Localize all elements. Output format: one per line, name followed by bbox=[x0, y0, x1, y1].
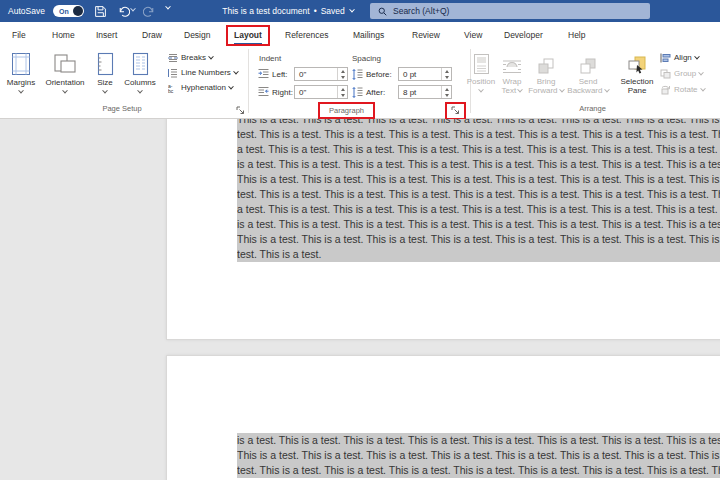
indent-left-value: 0" bbox=[295, 68, 337, 80]
breaks-button[interactable]: Breaks bbox=[168, 52, 213, 63]
rotate-label: Rotate bbox=[674, 85, 698, 94]
autosave-toggle-state: On bbox=[59, 8, 69, 15]
ribbon: Margins Orientation Size C bbox=[0, 47, 720, 119]
title-separator: • bbox=[314, 6, 317, 16]
group-button-disabled: Group bbox=[660, 68, 703, 79]
send-backward-button-disabled: Send Backward bbox=[566, 49, 610, 95]
columns-dropdown-chevron-icon bbox=[137, 88, 143, 94]
margins-icon bbox=[4, 49, 38, 76]
indent-right-spinner[interactable] bbox=[337, 86, 347, 98]
annotation-box-paragraph-label: Paragraph bbox=[318, 102, 375, 119]
size-label: Size bbox=[91, 78, 119, 87]
page-2-repeated-text: This is a test. This is a test. This is … bbox=[237, 434, 720, 478]
bring-forward-dropdown-chevron-icon bbox=[559, 87, 565, 93]
spacing-before-input[interactable]: 0 pt bbox=[398, 67, 452, 81]
selection-pane-icon bbox=[616, 49, 658, 75]
group-separator bbox=[248, 49, 249, 113]
tab-design[interactable]: Design bbox=[184, 22, 210, 47]
send-backward-label-1: Send bbox=[579, 77, 598, 86]
indent-left-spinner[interactable] bbox=[337, 68, 347, 80]
send-backward-icon bbox=[566, 49, 610, 75]
wrap-text-icon bbox=[497, 49, 527, 75]
indent-right-value: 0" bbox=[295, 86, 337, 98]
wrap-text-button-disabled: Wrap Text bbox=[497, 49, 527, 95]
line-numbers-icon bbox=[168, 68, 178, 78]
indent-right-row: Right: bbox=[258, 87, 293, 97]
ribbon-tab-bar: File Home Insert Draw Design Layout Refe… bbox=[0, 22, 720, 47]
tab-home[interactable]: Home bbox=[52, 22, 75, 47]
tab-file[interactable]: File bbox=[12, 22, 26, 47]
spacing-after-label: After: bbox=[366, 88, 385, 97]
spacing-before-row: Before: bbox=[352, 69, 392, 80]
margins-button[interactable]: Margins bbox=[4, 49, 38, 97]
group-label: Group bbox=[674, 69, 696, 78]
tab-view[interactable]: View bbox=[464, 22, 482, 47]
tab-draw[interactable]: Draw bbox=[142, 22, 162, 47]
annotation-box-paragraph-launcher bbox=[445, 102, 466, 120]
orientation-button[interactable]: Orientation bbox=[41, 49, 89, 97]
spacing-after-spinner[interactable] bbox=[441, 86, 451, 98]
align-dropdown-chevron-icon bbox=[694, 53, 700, 59]
document-canvas[interactable]: This is a test. This is a test. This is … bbox=[0, 119, 720, 480]
title-dropdown-chevron-icon bbox=[349, 7, 355, 13]
position-dropdown-chevron-icon bbox=[478, 87, 484, 93]
hyphenation-icon: a- bc bbox=[168, 83, 178, 93]
group-dropdown-chevron-icon bbox=[698, 69, 704, 75]
indent-left-row: Left: bbox=[258, 69, 288, 79]
spacing-after-value: 8 pt bbox=[399, 86, 441, 98]
tab-mailings[interactable]: Mailings bbox=[353, 22, 384, 47]
size-button[interactable]: Size bbox=[91, 49, 119, 97]
spacing-after-icon bbox=[352, 87, 363, 98]
tab-insert[interactable]: Insert bbox=[96, 22, 117, 47]
autosave-toggle[interactable]: On bbox=[53, 5, 84, 17]
spacing-before-value: 0 pt bbox=[399, 68, 441, 80]
columns-button[interactable]: Columns bbox=[120, 49, 160, 97]
search-input[interactable]: Search (Alt+Q) bbox=[370, 3, 650, 19]
document-title-text: This is a test document bbox=[222, 6, 309, 16]
spacing-after-input[interactable]: 8 pt bbox=[398, 85, 452, 99]
indent-right-label: Right: bbox=[272, 88, 293, 97]
indent-right-input[interactable]: 0" bbox=[294, 85, 348, 99]
selection-pane-label-1: Selection bbox=[621, 77, 654, 86]
wrap-text-label-1: Wrap bbox=[503, 77, 522, 86]
save-icon[interactable] bbox=[92, 3, 108, 19]
paragraph-dialog-launcher[interactable] bbox=[451, 106, 461, 116]
bring-forward-icon bbox=[527, 49, 565, 75]
align-icon bbox=[660, 53, 671, 63]
quick-access-toolbar-menu-icon[interactable] bbox=[163, 6, 172, 10]
spacing-section-label: Spacing bbox=[352, 54, 381, 63]
page-setup-dialog-launcher[interactable] bbox=[236, 106, 246, 116]
redo-icon-disabled bbox=[141, 3, 157, 19]
send-backward-label-2: Backward bbox=[567, 86, 602, 95]
rotate-dropdown-chevron-icon bbox=[700, 85, 706, 91]
hyphenation-button[interactable]: a- bc Hyphenation bbox=[168, 82, 233, 93]
tab-references[interactable]: References bbox=[285, 22, 328, 47]
position-label: Position bbox=[466, 77, 496, 86]
align-button[interactable]: Align bbox=[660, 52, 699, 63]
tab-review[interactable]: Review bbox=[412, 22, 440, 47]
bring-forward-label-1: Bring bbox=[537, 77, 556, 86]
tab-help[interactable]: Help bbox=[568, 22, 585, 47]
autosave-label: AutoSave bbox=[8, 0, 45, 22]
tab-developer[interactable]: Developer bbox=[504, 22, 543, 47]
selection-pane-label-2: Pane bbox=[628, 86, 647, 95]
indent-left-input[interactable]: 0" bbox=[294, 67, 348, 81]
spacing-before-spinner[interactable] bbox=[441, 68, 451, 80]
wrap-text-dropdown-chevron-icon bbox=[518, 87, 524, 93]
rotate-icon bbox=[660, 85, 671, 95]
wrap-text-label-2: Text bbox=[502, 86, 517, 95]
line-numbers-label: Line Numbers bbox=[181, 68, 231, 77]
orientation-icon bbox=[41, 49, 89, 76]
arrange-group-label: Arrange bbox=[470, 104, 715, 113]
indent-left-icon bbox=[258, 69, 269, 79]
group-icon bbox=[660, 69, 671, 79]
document-title[interactable]: This is a test document • Saved bbox=[213, 0, 363, 22]
undo-icon[interactable] bbox=[116, 3, 132, 19]
line-numbers-button[interactable]: Line Numbers bbox=[168, 67, 238, 78]
page-2-selected-text[interactable]: is a test. This is a test. This is a tes… bbox=[237, 433, 720, 478]
selection-pane-button[interactable]: Selection Pane bbox=[616, 49, 658, 95]
size-icon bbox=[91, 49, 119, 76]
bring-forward-label-2: Forward bbox=[528, 86, 557, 95]
page-1-selected-text[interactable]: This is a test. This is a test. This is … bbox=[237, 119, 720, 262]
search-placeholder: Search (Alt+Q) bbox=[393, 6, 449, 16]
